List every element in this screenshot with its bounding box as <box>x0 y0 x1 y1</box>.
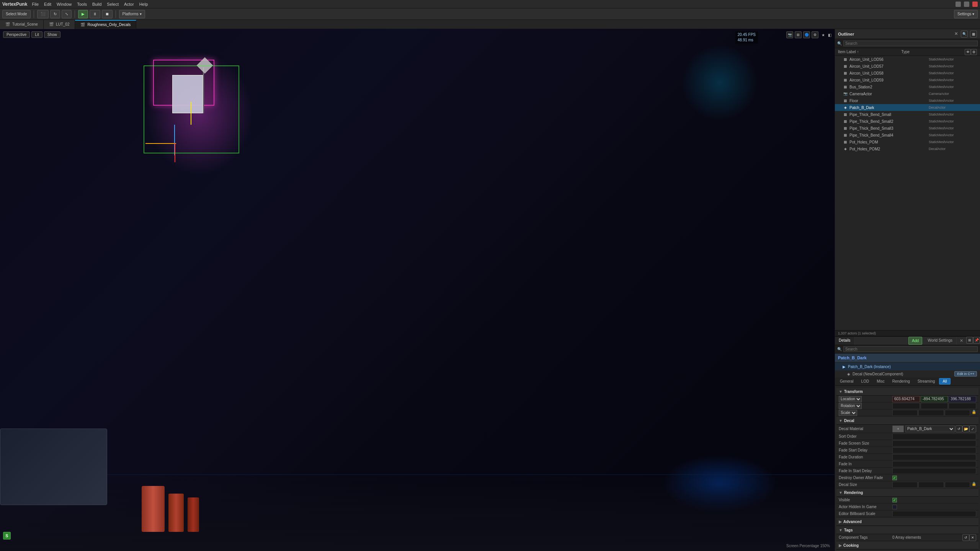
menu-help[interactable]: Help <box>139 2 148 7</box>
details-pin-icon[interactable]: 📌 <box>973 337 980 344</box>
decal-size-y-input[interactable]: 256.0 <box>918 482 944 488</box>
details-component-header[interactable]: Patch_B_Dark <box>835 354 980 362</box>
outliner-row-aircon57[interactable]: ▦ Aircon_Unit_LOD57 StaticMeshActor <box>835 63 980 70</box>
component-tags-clear-icon[interactable]: ✕ <box>969 534 976 541</box>
component-tags-reset-icon[interactable]: ↺ <box>962 534 969 541</box>
outliner-settings-icon[interactable]: ⚙ <box>971 49 977 55</box>
menu-select[interactable]: Select <box>107 2 119 7</box>
details-add-button[interactable]: Add <box>908 337 922 345</box>
outliner-row-pipe2[interactable]: ▦ Pipe_Thick_Bend_Small2 StaticMeshActor <box>835 118 980 125</box>
viewport-snap-icon[interactable]: 🔵 <box>803 31 810 38</box>
rotation-x-input[interactable]: 0.0° <box>892 403 920 409</box>
pause-button[interactable]: ⏸ <box>90 10 100 18</box>
edit-cpp-button[interactable]: Edit in C++ <box>954 371 977 377</box>
stop-button[interactable]: ⏹ <box>102 10 113 18</box>
play-button[interactable]: ▶ <box>78 10 88 18</box>
details-layout-icon[interactable]: ⊞ <box>966 337 973 344</box>
outliner-search-input[interactable] <box>843 41 978 46</box>
filter-lod[interactable]: LOD <box>858 378 873 385</box>
fade-start-delay-input[interactable]: 0.0 <box>892 447 976 453</box>
transform-button[interactable]: ⬛ <box>37 10 49 18</box>
tab-tutorial-scene[interactable]: 🎬 Tutorial_Scene <box>0 20 44 29</box>
viewport-settings-icon[interactable]: ⚙ <box>812 31 818 38</box>
fade-in-input[interactable]: 0.0 <box>892 461 976 467</box>
menu-actor[interactable]: Actor <box>124 2 134 7</box>
viewport[interactable]: Perspective Lit Show 20.45 FPS 48.91 ms … <box>0 29 835 551</box>
details-search-input[interactable] <box>843 346 978 352</box>
outliner-toggle-visibility[interactable]: 👁 <box>965 49 971 55</box>
details-instance-row[interactable]: ▶ Patch_B_Dark (Instance) <box>835 363 980 370</box>
filter-streaming[interactable]: Streaming <box>914 378 939 385</box>
menu-window[interactable]: Window <box>57 2 72 7</box>
tab-roughness-decals[interactable]: 🎬 Roughness_Only_Decals <box>75 20 136 29</box>
location-x-input[interactable] <box>892 396 920 402</box>
select-mode-button[interactable]: Select Mode <box>2 10 31 18</box>
outliner-row-potholes[interactable]: ▦ Pot_Holes_POM StaticMeshActor <box>835 139 980 145</box>
filter-general[interactable]: General <box>836 378 857 385</box>
fade-screen-size-input[interactable]: 0.01 <box>892 440 976 447</box>
scale-x-input[interactable]: 0.091927 <box>892 410 918 416</box>
platforms-button[interactable]: Platforms ▾ <box>119 10 145 18</box>
outliner-row-pipe4[interactable]: ▦ Pipe_Thick_Bend_Small4 StaticMeshActor <box>835 132 980 139</box>
location-type-select[interactable]: Location <box>839 396 862 402</box>
scale-z-input[interactable]: 1.0 <box>945 410 970 416</box>
scale-button[interactable]: ⤡ <box>62 10 72 18</box>
menu-tools[interactable]: Tools <box>77 2 87 7</box>
advanced-section-header[interactable]: ▶ Advanced <box>836 518 978 526</box>
location-y-input[interactable] <box>921 396 948 402</box>
minimize-button[interactable] <box>956 2 961 7</box>
outliner-row-aircon59[interactable]: ▦ Aircon_Unit_LOD59 StaticMeshActor <box>835 77 980 83</box>
details-tab[interactable]: Details <box>835 337 855 345</box>
scale-type-select[interactable]: Scale <box>839 410 857 416</box>
outliner-row-patch-b-dark[interactable]: ◈ Patch_B_Dark DecalActor <box>835 104 980 111</box>
rotation-z-input[interactable]: 0.0° <box>949 403 976 409</box>
lit-button[interactable]: Lit <box>31 31 42 38</box>
decal-expand-icon[interactable]: ⤢ <box>969 425 976 432</box>
decal-refresh-icon[interactable]: ↺ <box>956 425 962 432</box>
show-button[interactable]: Show <box>44 31 60 38</box>
outliner-filter-icon-btn[interactable]: ▦ <box>970 31 977 37</box>
settings-button[interactable]: Settings ▾ <box>954 10 978 18</box>
location-z-input[interactable] <box>949 396 976 402</box>
filter-rendering[interactable]: Rendering <box>889 378 913 385</box>
rotation-y-input[interactable]: -0.000001° <box>921 403 948 409</box>
rotate-button[interactable]: ↻ <box>50 10 60 18</box>
filter-misc[interactable]: Misc <box>873 378 888 385</box>
world-settings-tab[interactable]: World Settings <box>924 337 957 345</box>
outliner-type-column[interactable]: Type <box>902 50 965 54</box>
outliner-label-column[interactable]: Item Label ↑ <box>838 50 902 54</box>
outliner-row-aircon58[interactable]: ▦ Aircon_Unit_LOD58 StaticMeshActor <box>835 70 980 77</box>
maximize-button[interactable] <box>964 2 969 7</box>
fade-duration-input[interactable]: 0.0 <box>892 454 976 460</box>
outliner-close-button[interactable]: ✕ <box>954 31 958 36</box>
menu-file[interactable]: File <box>32 2 39 7</box>
destroy-owner-checkbox[interactable]: ✓ <box>892 476 897 480</box>
menu-edit[interactable]: Edit <box>44 2 51 7</box>
decal-size-z-input[interactable]: 256.0 <box>945 482 970 488</box>
perspective-button[interactable]: Perspective <box>3 31 30 38</box>
outliner-row-potholes2[interactable]: ◈ Pot_Holes_POM2 DecalActor <box>835 145 980 152</box>
actor-hidden-checkbox[interactable] <box>892 505 897 509</box>
outliner-row-floor[interactable]: ▦ Floor StaticMeshActor <box>835 97 980 104</box>
tab-lut02[interactable]: 🎬 LUT_02 <box>44 20 75 29</box>
decal-browse-icon[interactable]: 📂 <box>962 425 969 432</box>
outliner-row-camera[interactable]: 📷 CameraActor CameraActor <box>835 90 980 97</box>
visible-checkbox[interactable]: ✓ <box>892 498 897 502</box>
outliner-row-pipe1[interactable]: ▦ Pipe_Thick_Bend_Small StaticMeshActor <box>835 111 980 118</box>
scale-y-input[interactable]: 1.0 <box>918 410 944 416</box>
fade-in-start-delay-input[interactable]: 0.0 <box>892 468 976 474</box>
outliner-row-pipe3[interactable]: ▦ Pipe_Thick_Bend_Small3 StaticMeshActor <box>835 125 980 132</box>
tags-section-header[interactable]: ▼ Tags <box>836 527 978 534</box>
details-decal-component-row[interactable]: ◈ Decal (NewDecalComponent) Edit in C++ <box>835 370 980 377</box>
outliner-row-aircon56[interactable]: ▦ Aircon_Unit_LOD56 StaticMeshActor <box>835 56 980 63</box>
outliner-row-bus[interactable]: ▦ Bus_Station2 StaticMeshActor <box>835 83 980 90</box>
details-close-button[interactable]: ✕ <box>957 337 966 345</box>
viewport-camera-icon[interactable]: 📷 <box>786 31 793 38</box>
decal-section-header[interactable]: ▼ Decal <box>836 417 978 425</box>
menu-build[interactable]: Build <box>92 2 101 7</box>
viewport-grid-icon[interactable]: ⊞ <box>795 31 802 38</box>
outliner-search-icon-btn[interactable]: 🔍 <box>961 31 968 37</box>
decal-size-x-input[interactable]: 128.0 <box>892 482 918 488</box>
filter-all[interactable]: All <box>939 378 950 385</box>
cooking-section-header[interactable]: ▶ Cooking <box>836 542 978 549</box>
